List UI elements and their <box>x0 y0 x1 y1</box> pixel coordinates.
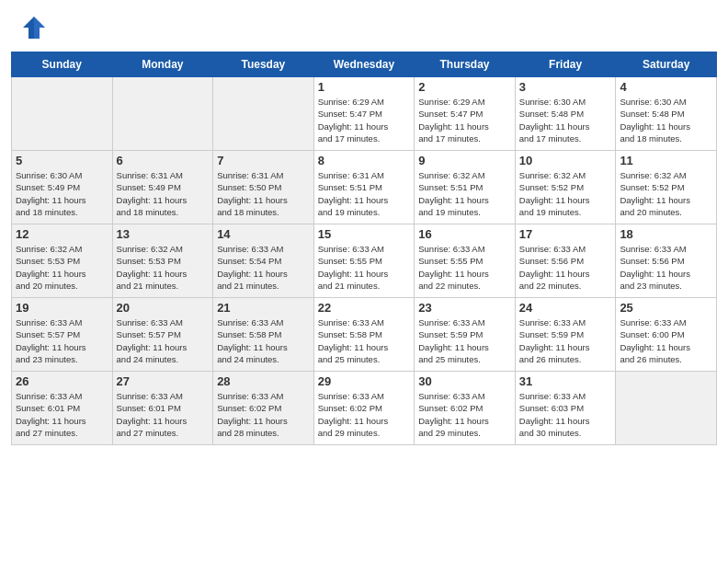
svg-marker-1 <box>34 17 45 39</box>
day-cell-10: 10Sunrise: 6:32 AM Sunset: 5:52 PM Dayli… <box>515 151 616 224</box>
day-number: 3 <box>519 80 612 94</box>
weekday-sunday: Sunday <box>12 52 113 77</box>
day-info: Sunrise: 6:33 AM Sunset: 5:56 PM Dayligh… <box>519 243 612 292</box>
day-number: 14 <box>217 227 310 241</box>
day-cell-8: 8Sunrise: 6:31 AM Sunset: 5:51 PM Daylig… <box>313 151 415 224</box>
day-cell-5: 5Sunrise: 6:30 AM Sunset: 5:49 PM Daylig… <box>12 151 113 224</box>
day-number: 17 <box>519 227 612 241</box>
weekday-monday: Monday <box>112 52 213 77</box>
weekday-header-row: SundayMondayTuesdayWednesdayThursdayFrid… <box>12 52 717 77</box>
day-info: Sunrise: 6:33 AM Sunset: 5:59 PM Dayligh… <box>418 316 511 365</box>
day-cell-25: 25Sunrise: 6:33 AM Sunset: 6:00 PM Dayli… <box>616 298 717 372</box>
day-cell-12: 12Sunrise: 6:32 AM Sunset: 5:53 PM Dayli… <box>12 224 113 298</box>
day-number: 24 <box>519 301 612 315</box>
day-number: 28 <box>217 374 310 388</box>
day-cell-27: 27Sunrise: 6:33 AM Sunset: 6:01 PM Dayli… <box>112 372 213 445</box>
calendar-table: SundayMondayTuesdayWednesdayThursdayFrid… <box>11 52 717 445</box>
day-info: Sunrise: 6:30 AM Sunset: 5:49 PM Dayligh… <box>16 169 108 218</box>
day-number: 19 <box>16 301 108 315</box>
week-row-3: 12Sunrise: 6:32 AM Sunset: 5:53 PM Dayli… <box>12 224 717 298</box>
day-info: Sunrise: 6:33 AM Sunset: 6:02 PM Dayligh… <box>318 390 411 439</box>
day-cell-1: 1Sunrise: 6:29 AM Sunset: 5:47 PM Daylig… <box>313 77 415 151</box>
day-info: Sunrise: 6:32 AM Sunset: 5:51 PM Dayligh… <box>418 169 511 218</box>
day-info: Sunrise: 6:33 AM Sunset: 5:55 PM Dayligh… <box>418 243 511 292</box>
day-number: 20 <box>117 301 210 315</box>
day-number: 8 <box>318 154 411 167</box>
weekday-tuesday: Tuesday <box>213 52 314 77</box>
page-header <box>0 0 728 52</box>
weekday-saturday: Saturday <box>616 52 717 77</box>
day-info: Sunrise: 6:33 AM Sunset: 5:58 PM Dayligh… <box>217 316 310 365</box>
day-info: Sunrise: 6:30 AM Sunset: 5:48 PM Dayligh… <box>519 96 612 144</box>
day-info: Sunrise: 6:33 AM Sunset: 5:57 PM Dayligh… <box>117 316 210 365</box>
empty-cell <box>112 77 213 151</box>
day-cell-28: 28Sunrise: 6:33 AM Sunset: 6:02 PM Dayli… <box>213 372 314 445</box>
day-number: 7 <box>217 154 310 167</box>
day-cell-9: 9Sunrise: 6:32 AM Sunset: 5:51 PM Daylig… <box>415 151 516 224</box>
day-number: 9 <box>418 154 511 167</box>
day-number: 16 <box>418 227 511 241</box>
day-number: 4 <box>620 80 712 94</box>
day-cell-6: 6Sunrise: 6:31 AM Sunset: 5:49 PM Daylig… <box>112 151 213 224</box>
day-number: 25 <box>620 301 712 315</box>
weekday-wednesday: Wednesday <box>313 52 415 77</box>
day-number: 22 <box>318 301 411 315</box>
week-row-2: 5Sunrise: 6:30 AM Sunset: 5:49 PM Daylig… <box>12 151 717 224</box>
day-number: 21 <box>217 301 310 315</box>
day-cell-29: 29Sunrise: 6:33 AM Sunset: 6:02 PM Dayli… <box>313 372 415 445</box>
day-cell-21: 21Sunrise: 6:33 AM Sunset: 5:58 PM Dayli… <box>213 298 314 372</box>
day-info: Sunrise: 6:31 AM Sunset: 5:51 PM Dayligh… <box>318 169 411 218</box>
weekday-thursday: Thursday <box>415 52 516 77</box>
day-cell-30: 30Sunrise: 6:33 AM Sunset: 6:02 PM Dayli… <box>415 372 516 445</box>
day-info: Sunrise: 6:33 AM Sunset: 6:03 PM Dayligh… <box>519 390 612 439</box>
day-info: Sunrise: 6:33 AM Sunset: 5:57 PM Dayligh… <box>16 316 108 365</box>
day-info: Sunrise: 6:33 AM Sunset: 5:56 PM Dayligh… <box>620 243 712 292</box>
day-number: 23 <box>418 301 511 315</box>
day-cell-11: 11Sunrise: 6:32 AM Sunset: 5:52 PM Dayli… <box>616 151 717 224</box>
week-row-5: 26Sunrise: 6:33 AM Sunset: 6:01 PM Dayli… <box>12 372 717 445</box>
day-info: Sunrise: 6:33 AM Sunset: 6:00 PM Dayligh… <box>620 316 712 365</box>
day-number: 30 <box>418 374 511 388</box>
day-number: 18 <box>620 227 712 241</box>
day-info: Sunrise: 6:32 AM Sunset: 5:53 PM Dayligh… <box>117 243 210 292</box>
logo-text <box>18 15 47 44</box>
day-cell-7: 7Sunrise: 6:31 AM Sunset: 5:50 PM Daylig… <box>213 151 314 224</box>
page-container: SundayMondayTuesdayWednesdayThursdayFrid… <box>0 0 728 453</box>
day-info: Sunrise: 6:33 AM Sunset: 5:55 PM Dayligh… <box>318 243 411 292</box>
day-info: Sunrise: 6:32 AM Sunset: 5:52 PM Dayligh… <box>620 169 712 218</box>
day-number: 11 <box>620 154 712 167</box>
empty-cell <box>213 77 314 151</box>
day-info: Sunrise: 6:29 AM Sunset: 5:47 PM Dayligh… <box>318 96 411 144</box>
day-number: 31 <box>519 374 612 388</box>
day-info: Sunrise: 6:33 AM Sunset: 6:02 PM Dayligh… <box>217 390 310 439</box>
day-info: Sunrise: 6:29 AM Sunset: 5:47 PM Dayligh… <box>418 96 511 144</box>
day-cell-22: 22Sunrise: 6:33 AM Sunset: 5:58 PM Dayli… <box>313 298 415 372</box>
logo-icon <box>21 15 47 44</box>
day-number: 27 <box>117 374 210 388</box>
day-number: 15 <box>318 227 411 241</box>
week-row-4: 19Sunrise: 6:33 AM Sunset: 5:57 PM Dayli… <box>12 298 717 372</box>
day-info: Sunrise: 6:32 AM Sunset: 5:52 PM Dayligh… <box>519 169 612 218</box>
week-row-1: 1Sunrise: 6:29 AM Sunset: 5:47 PM Daylig… <box>12 77 717 151</box>
day-cell-19: 19Sunrise: 6:33 AM Sunset: 5:57 PM Dayli… <box>12 298 113 372</box>
day-info: Sunrise: 6:33 AM Sunset: 6:02 PM Dayligh… <box>418 390 511 439</box>
day-number: 2 <box>418 80 511 94</box>
day-cell-31: 31Sunrise: 6:33 AM Sunset: 6:03 PM Dayli… <box>515 372 616 445</box>
day-cell-18: 18Sunrise: 6:33 AM Sunset: 5:56 PM Dayli… <box>616 224 717 298</box>
day-cell-24: 24Sunrise: 6:33 AM Sunset: 5:59 PM Dayli… <box>515 298 616 372</box>
day-info: Sunrise: 6:31 AM Sunset: 5:49 PM Dayligh… <box>117 169 210 218</box>
day-number: 26 <box>16 374 108 388</box>
day-cell-2: 2Sunrise: 6:29 AM Sunset: 5:47 PM Daylig… <box>415 77 516 151</box>
day-cell-4: 4Sunrise: 6:30 AM Sunset: 5:48 PM Daylig… <box>616 77 717 151</box>
day-info: Sunrise: 6:33 AM Sunset: 5:54 PM Dayligh… <box>217 243 310 292</box>
day-cell-16: 16Sunrise: 6:33 AM Sunset: 5:55 PM Dayli… <box>415 224 516 298</box>
day-info: Sunrise: 6:33 AM Sunset: 6:01 PM Dayligh… <box>117 390 210 439</box>
day-info: Sunrise: 6:31 AM Sunset: 5:50 PM Dayligh… <box>217 169 310 218</box>
day-number: 13 <box>117 227 210 241</box>
day-info: Sunrise: 6:33 AM Sunset: 5:59 PM Dayligh… <box>519 316 612 365</box>
day-cell-20: 20Sunrise: 6:33 AM Sunset: 5:57 PM Dayli… <box>112 298 213 372</box>
day-number: 5 <box>16 154 108 167</box>
day-cell-13: 13Sunrise: 6:32 AM Sunset: 5:53 PM Dayli… <box>112 224 213 298</box>
day-number: 6 <box>117 154 210 167</box>
day-info: Sunrise: 6:33 AM Sunset: 6:01 PM Dayligh… <box>16 390 108 439</box>
